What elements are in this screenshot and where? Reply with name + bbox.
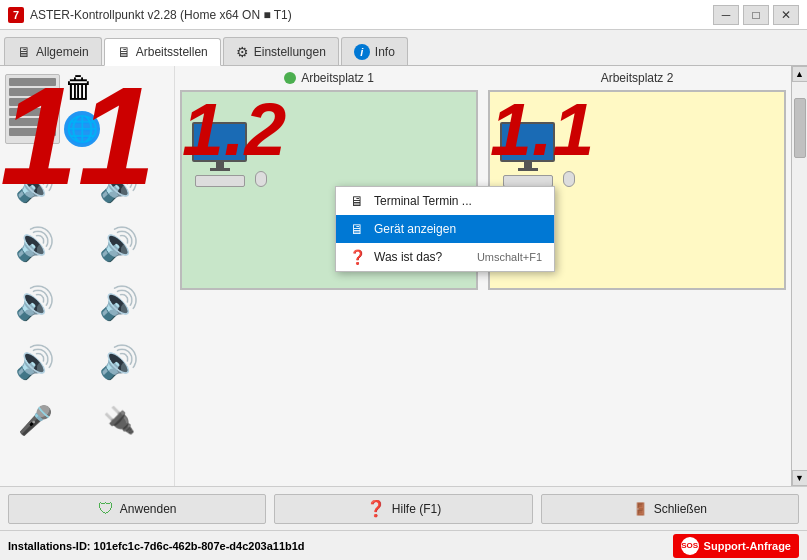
ws1-status-dot: [284, 72, 296, 84]
tab-einstellungen-label: Einstellungen: [254, 45, 326, 59]
sidebar-speakers-grid: 🔊 🔊 🔊 🔊 🔊 🔊 🔊 🔊: [5, 157, 169, 448]
tab-allgemein[interactable]: 🖥 Allgemein: [4, 37, 102, 65]
titlebar-controls: ─ □ ✕: [713, 5, 799, 25]
speaker-icon-1: 🔊: [15, 166, 55, 204]
titlebar: 7 ASTER-Kontrollpunkt v2.28 (Home x64 ON…: [0, 0, 807, 30]
ctx-geraet-label: Gerät anzeigen: [374, 222, 456, 236]
scroll-thumb[interactable]: [794, 98, 806, 158]
window-title: ASTER-Kontrollpunkt v2.28 (Home x64 ON ■…: [30, 8, 292, 22]
speaker-item-3[interactable]: 🔊: [5, 216, 65, 271]
ctx-wasistdas-shortcut: Umschalt+F1: [477, 251, 542, 263]
ws2-label: Arbeitsplatz 2: [488, 71, 786, 85]
scroll-down-arrow[interactable]: ▼: [792, 470, 808, 486]
speaker-item-7[interactable]: 🔊: [5, 334, 65, 389]
recycle-bin-icon: 🗑: [64, 71, 100, 105]
tab-einstellungen[interactable]: ⚙ Einstellungen: [223, 37, 339, 65]
app-icon: 7: [8, 7, 24, 23]
server-slot-2: [9, 88, 56, 96]
info-icon: i: [354, 44, 370, 60]
mouse-1: [255, 171, 267, 187]
speaker-icon-8: 🔊: [99, 343, 139, 381]
installation-id: Installations-ID: 101efc1c-7d6c-462b-807…: [8, 540, 305, 552]
ctx-wasistdas-icon: ❓: [348, 249, 366, 265]
support-button[interactable]: SOS Support-Anfrage: [673, 534, 799, 558]
speaker-item-5[interactable]: 🔊: [5, 275, 65, 330]
speaker-item-8[interactable]: 🔊: [89, 334, 149, 389]
maximize-button[interactable]: □: [743, 5, 769, 25]
main-content: 11 🗑 🌐 🔊: [0, 66, 807, 486]
hilfe-label: Hilfe (F1): [392, 502, 441, 516]
titlebar-left: 7 ASTER-Kontrollpunkt v2.28 (Home x64 ON…: [8, 7, 292, 23]
workstation-header: Arbeitsplatz 1 Arbeitsplatz 2: [180, 71, 786, 85]
ctx-wasistdas-label: Was ist das?: [374, 250, 442, 264]
install-id-value: 101efc1c-7d6c-462b-807e-d4c203a11b1d: [94, 540, 305, 552]
tab-allgemein-icon: 🖥: [17, 44, 31, 60]
sidebar-server-row: 🗑 🌐: [5, 71, 169, 147]
tab-arbeitsstellen-label: Arbeitsstellen: [136, 45, 208, 59]
schliessen-label: Schließen: [654, 502, 707, 516]
speaker-item-6[interactable]: 🔊: [89, 275, 149, 330]
sidebar-top-items: 🗑 🌐: [5, 71, 169, 147]
minimize-button[interactable]: ─: [713, 5, 739, 25]
globe-icon: 🌐: [64, 111, 100, 147]
speaker-icon-2: 🔊: [99, 166, 139, 204]
ws1-overlay-number: 1.2: [182, 92, 286, 167]
install-id-label: Installations-ID:: [8, 540, 91, 552]
ctx-terminal-label: Terminal Termin ...: [374, 194, 472, 208]
ws1-label: Arbeitsplatz 1: [180, 71, 478, 85]
server-icon: [5, 74, 60, 144]
ctx-terminal-icon: 🖥: [348, 193, 366, 209]
server-slot-6: [9, 128, 56, 136]
ws2-name: Arbeitsplatz 2: [601, 71, 674, 85]
anwenden-button[interactable]: 🛡 Anwenden: [8, 494, 266, 524]
tabbar: 🖥 Allgemein 🖥 Arbeitsstellen ⚙ Einstellu…: [0, 30, 807, 66]
mic-item-1[interactable]: 🎤: [5, 393, 65, 448]
speaker-icon-6: 🔊: [99, 284, 139, 322]
hilfe-button[interactable]: ❓ Hilfe (F1): [274, 494, 532, 524]
speaker-icon-3: 🔊: [15, 225, 55, 263]
mic-icon-1: 🎤: [18, 404, 53, 437]
ctx-geraet-icon: 🖥: [348, 221, 366, 237]
context-menu: 🖥 Terminal Termin ... 🖥 Gerät anzeigen ❓…: [335, 186, 555, 272]
close-app-icon: 🚪: [633, 502, 648, 516]
ws2-overlay-number: 1.1: [490, 92, 594, 167]
speaker-item-2[interactable]: 🔊: [89, 157, 149, 212]
speaker-item-1[interactable]: 🔊: [5, 157, 65, 212]
mouse-2: [563, 171, 575, 187]
speaker-icon-7: 🔊: [15, 343, 55, 381]
speaker-icon-4: 🔊: [99, 225, 139, 263]
usb-item-1[interactable]: 🔌: [89, 393, 149, 448]
speaker-item-4[interactable]: 🔊: [89, 216, 149, 271]
statusbar: Installations-ID: 101efc1c-7d6c-462b-807…: [0, 530, 807, 560]
support-label: Support-Anfrage: [704, 540, 791, 552]
tab-einstellungen-icon: ⚙: [236, 44, 249, 60]
shield-icon: 🛡: [98, 500, 114, 518]
workstations-area: Arbeitsplatz 1 Arbeitsplatz 2 1.2: [175, 66, 791, 486]
ctx-geraet[interactable]: 🖥 Gerät anzeigen: [336, 215, 554, 243]
ctx-terminal[interactable]: 🖥 Terminal Termin ...: [336, 187, 554, 215]
bottom-bar: 🛡 Anwenden ❓ Hilfe (F1) 🚪 Schließen: [0, 486, 807, 530]
ws1-name: Arbeitsplatz 1: [301, 71, 374, 85]
schliessen-button[interactable]: 🚪 Schließen: [541, 494, 799, 524]
close-button[interactable]: ✕: [773, 5, 799, 25]
tab-allgemein-label: Allgemein: [36, 45, 89, 59]
tab-arbeitsstellen[interactable]: 🖥 Arbeitsstellen: [104, 38, 221, 66]
sidebar-extra-icons: 🗑 🌐: [64, 71, 100, 147]
speaker-icon-5: 🔊: [15, 284, 55, 322]
server-slot-4: [9, 108, 56, 116]
sidebar: 11 🗑 🌐 🔊: [0, 66, 175, 486]
server-slot-3: [9, 98, 56, 106]
server-slot-1: [9, 78, 56, 86]
scrollbar[interactable]: ▲ ▼: [791, 66, 807, 486]
anwenden-label: Anwenden: [120, 502, 177, 516]
server-slot-5: [9, 118, 56, 126]
tab-info[interactable]: i Info: [341, 37, 408, 65]
question-icon: ❓: [366, 499, 386, 518]
usb-icon-1: 🔌: [103, 405, 135, 436]
sos-icon: SOS: [681, 537, 699, 555]
tab-arbeitsstellen-icon: 🖥: [117, 44, 131, 60]
scroll-up-arrow[interactable]: ▲: [792, 66, 808, 82]
tab-info-label: Info: [375, 45, 395, 59]
keyboard-1: [195, 175, 245, 187]
ctx-wasistdas[interactable]: ❓ Was ist das? Umschalt+F1: [336, 243, 554, 271]
